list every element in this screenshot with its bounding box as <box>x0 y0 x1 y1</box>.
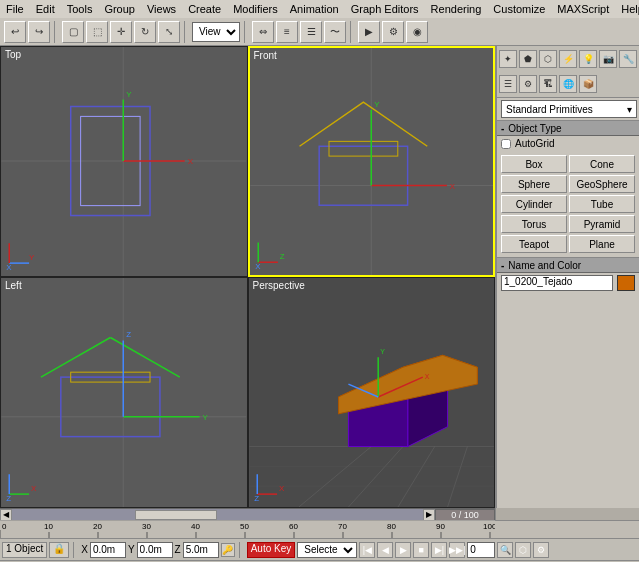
autokey-button[interactable]: Auto Key <box>247 542 296 558</box>
align-button[interactable]: ≡ <box>276 21 298 43</box>
lock-selection-button[interactable]: 🔒 <box>49 542 69 558</box>
render-button[interactable]: ▶ <box>358 21 380 43</box>
menubar: File Edit Tools Group Views Create Modif… <box>0 0 639 18</box>
rotate-button[interactable]: ↻ <box>134 21 156 43</box>
menu-grapheditors[interactable]: Graph Editors <box>345 2 425 16</box>
frame-input[interactable] <box>467 542 495 558</box>
menu-animation[interactable]: Animation <box>284 2 345 16</box>
panel-btn-5[interactable]: 💡 <box>579 50 597 68</box>
svg-text:Y: Y <box>29 253 35 262</box>
panel-btn-9[interactable]: ⚙ <box>519 75 537 93</box>
box-button[interactable]: Box <box>501 155 567 173</box>
next-frame-button[interactable]: ▶| <box>431 542 447 558</box>
panel-btn-10[interactable]: 🏗 <box>539 75 557 93</box>
select-button[interactable]: ▢ <box>62 21 84 43</box>
svg-text:60: 60 <box>289 522 298 531</box>
scroll-thumb[interactable] <box>135 510 217 520</box>
svg-text:X: X <box>255 262 261 271</box>
mini-btn-2[interactable]: ⬡ <box>515 542 531 558</box>
select-region-button[interactable]: ⬚ <box>86 21 108 43</box>
view-dropdown[interactable]: View <box>192 22 240 42</box>
menu-modifiers[interactable]: Modifiers <box>227 2 284 16</box>
viewport-top-canvas: X Y X Y <box>1 47 247 276</box>
panel-btn-12[interactable]: 📦 <box>579 75 597 93</box>
cylinder-button[interactable]: Cylinder <box>501 195 567 213</box>
panel-btn-7[interactable]: 🔧 <box>619 50 637 68</box>
viewport-front-canvas: X Y X Z <box>250 48 494 275</box>
mirror-button[interactable]: ⇔ <box>252 21 274 43</box>
panel-btn-11[interactable]: 🌐 <box>559 75 577 93</box>
play-button[interactable]: ▶ <box>395 542 411 558</box>
move-button[interactable]: ✛ <box>110 21 132 43</box>
pyramid-button[interactable]: Pyramid <box>569 215 635 233</box>
svg-text:Z: Z <box>126 330 131 339</box>
tube-button[interactable]: Tube <box>569 195 635 213</box>
viewport-perspective-canvas: X Y Z X <box>249 278 495 507</box>
menu-edit[interactable]: Edit <box>30 2 61 16</box>
scroll-left-arrow[interactable]: ◀ <box>0 509 12 521</box>
stop-button[interactable]: ■ <box>413 542 429 558</box>
goto-start-button[interactable]: |◀ <box>359 542 375 558</box>
menu-create[interactable]: Create <box>182 2 227 16</box>
panel-btn-8[interactable]: ☰ <box>499 75 517 93</box>
svg-text:30: 30 <box>142 522 151 531</box>
object-type-header: - Object Type <box>497 120 639 136</box>
viewport-top-label: Top <box>5 49 21 60</box>
collapse-icon[interactable]: - <box>501 123 504 134</box>
menu-views[interactable]: Views <box>141 2 182 16</box>
goto-end-button[interactable]: ▶▶| <box>449 542 465 558</box>
panel-btn-2[interactable]: ⬟ <box>519 50 537 68</box>
toolbar-separator-3 <box>244 21 248 43</box>
menu-help[interactable]: Help <box>615 2 639 16</box>
svg-text:Y: Y <box>203 413 209 422</box>
prev-frame-button[interactable]: ◀ <box>377 542 393 558</box>
std-primitives-dropdown[interactable]: Standard Primitives ▾ <box>501 100 637 118</box>
key-icon[interactable]: 🔑 <box>221 543 235 557</box>
main-area: Top X Y X Y Front <box>0 46 639 508</box>
scroll-track[interactable] <box>12 509 423 521</box>
torus-button[interactable]: Torus <box>501 215 567 233</box>
material-editor-button[interactable]: ◉ <box>406 21 428 43</box>
panel-btn-1[interactable]: ✦ <box>499 50 517 68</box>
menu-file[interactable]: File <box>0 2 30 16</box>
object-name-field[interactable]: 1_0200_Tejado <box>501 275 613 291</box>
scroll-right-arrow[interactable]: ▶ <box>423 509 435 521</box>
scale-button[interactable]: ⤡ <box>158 21 180 43</box>
menu-tools[interactable]: Tools <box>61 2 99 16</box>
anim-bar: 1 Object 🔒 X Y Z 🔑 Auto Key Selected |◀ … <box>0 538 639 560</box>
sphere-button[interactable]: Sphere <box>501 175 567 193</box>
teapot-button[interactable]: Teapot <box>501 235 567 253</box>
undo-button[interactable]: ↩ <box>4 21 26 43</box>
z-field[interactable] <box>183 542 219 558</box>
y-field[interactable] <box>137 542 173 558</box>
redo-button[interactable]: ↪ <box>28 21 50 43</box>
x-field[interactable] <box>90 542 126 558</box>
menu-rendering[interactable]: Rendering <box>425 2 488 16</box>
menu-customize[interactable]: Customize <box>487 2 551 16</box>
viewport-perspective[interactable]: Perspective X <box>248 277 496 508</box>
name-color-row: 1_0200_Tejado <box>497 273 639 293</box>
plane-button[interactable]: Plane <box>569 235 635 253</box>
name-collapse-icon[interactable]: - <box>501 260 504 271</box>
mini-btn-3[interactable]: ⚙ <box>533 542 549 558</box>
panel-scrollbar-area <box>495 508 639 520</box>
panel-btn-3[interactable]: ⬡ <box>539 50 557 68</box>
color-swatch[interactable] <box>617 275 635 291</box>
panel-btn-4[interactable]: ⚡ <box>559 50 577 68</box>
mini-btn-1[interactable]: 🔍 <box>497 542 513 558</box>
menu-group[interactable]: Group <box>98 2 141 16</box>
layer-button[interactable]: ☰ <box>300 21 322 43</box>
curve-button[interactable]: 〜 <box>324 21 346 43</box>
selected-dropdown[interactable]: Selected <box>297 542 357 558</box>
svg-text:X: X <box>279 484 285 493</box>
geosphere-button[interactable]: GeoSphere <box>569 175 635 193</box>
viewport-front[interactable]: Front X Y X Z <box>248 46 496 277</box>
autogrid-checkbox[interactable] <box>501 139 511 149</box>
viewport-top[interactable]: Top X Y X Y <box>0 46 248 277</box>
render-settings-button[interactable]: ⚙ <box>382 21 404 43</box>
panel-btn-6[interactable]: 📷 <box>599 50 617 68</box>
viewport-left[interactable]: Left Y Z Z X <box>0 277 248 508</box>
svg-text:Y: Y <box>380 348 385 355</box>
cone-button[interactable]: Cone <box>569 155 635 173</box>
menu-maxscript[interactable]: MAXScript <box>551 2 615 16</box>
